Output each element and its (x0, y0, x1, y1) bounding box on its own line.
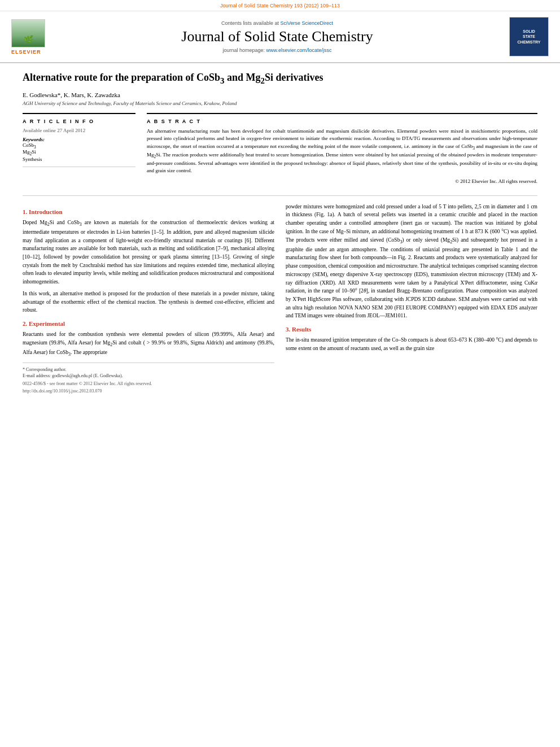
journal-title-block: Contents lists available at SciVerse Sci… (45, 20, 509, 53)
footnote-corresponding: * Corresponding author. (23, 366, 274, 373)
abstract-heading: A B S T R A C T (147, 119, 537, 124)
keyword-1: CoSb3 (23, 142, 135, 150)
section3-heading: 3. Results (286, 326, 537, 333)
abstract-box: A B S T R A C T An alternative manufactu… (147, 113, 537, 189)
journal-cover-thumbnail: SOLIDSTATECHEMISTRY (509, 17, 549, 56)
author-list: E. Godlewska*, K. Mars, K. Zawadzka (23, 91, 537, 98)
right-para1: powder mixtures were homogenized and col… (286, 203, 537, 321)
keyword-2: Mg2Si (23, 149, 135, 156)
journal-homepage-link[interactable]: www.elsevier.com/locate/jssc (266, 47, 332, 53)
section1-para1: Doped Mg2Si and CoSb3 are known as mater… (23, 219, 274, 286)
article-info-heading: A R T I C L E I N F O (23, 119, 135, 124)
elsevier-branding: 🌿 ELSEVIER (11, 19, 45, 55)
section3-para1: The in-situ measured ignition temperatur… (286, 336, 537, 352)
available-online: Available online 27 April 2012 (23, 128, 135, 133)
journal-ref-text: Journal of Solid State Chemistry 193 (20… (220, 3, 340, 8)
section1-para2: In this work, an alternative method is p… (23, 290, 274, 314)
issn-line: 0022-4596/$ - see front matter © 2012 El… (23, 381, 274, 386)
doi-line: http://dx.doi.org/10.1016/j.jssc.2012.03… (23, 388, 274, 394)
elsevier-logo-image: 🌿 (11, 19, 45, 47)
article-info-column: A R T I C L E I N F O Available online 2… (23, 113, 135, 189)
keyword-3: Synthesis (23, 156, 135, 162)
article-title: Alternative route for the preparation of… (23, 72, 537, 86)
article-container: Alternative route for the preparation of… (0, 63, 560, 402)
section2-heading: 2. Experimental (23, 320, 274, 327)
info-abstract-row: A R T I C L E I N F O Available online 2… (23, 113, 537, 189)
journal-header: 🌿 ELSEVIER Contents lists available at S… (0, 11, 560, 63)
body-left-col: 1. Introduction Doped Mg2Si and CoSb3 ar… (23, 203, 274, 394)
journal-name: Journal of Solid State Chemistry (45, 28, 509, 45)
abstract-text: An alternative manufacturing route has b… (147, 128, 537, 175)
sciverse-link[interactable]: SciVerse ScienceDirect (281, 20, 334, 26)
copyright-notice: © 2012 Elsevier Inc. All rights reserved… (147, 178, 537, 184)
body-right-col: powder mixtures were homogenized and col… (286, 203, 537, 394)
abstract-column: A B S T R A C T An alternative manufactu… (147, 113, 537, 189)
journal-reference-bar: Journal of Solid State Chemistry 193 (20… (0, 0, 560, 11)
body-two-col: 1. Introduction Doped Mg2Si and CoSb3 ar… (23, 203, 537, 394)
section1-heading: 1. Introduction (23, 208, 274, 215)
section2-para1: Reactants used for the combustion synthe… (23, 330, 274, 358)
sciverse-line: Contents lists available at SciVerse Sci… (45, 20, 509, 26)
journal-homepage-line: journal homepage: www.elsevier.com/locat… (45, 47, 509, 53)
keywords-label: Keywords: (23, 137, 135, 142)
affiliation: AGH University of Science and Technology… (23, 101, 537, 106)
article-info-box: A R T I C L E I N F O Available online 2… (23, 113, 135, 168)
footnote-section: * Corresponding author. E-mail address: … (23, 362, 274, 394)
elsevier-wordmark: ELSEVIER (11, 49, 41, 55)
keywords-section: Keywords: CoSb3 Mg2Si Synthesis (23, 137, 135, 163)
journal-logo-text: SOLIDSTATECHEMISTRY (518, 29, 541, 44)
footnote-email: E-mail address: godlewsk@agh.edu.pl (E. … (23, 373, 274, 379)
section-divider (23, 195, 537, 196)
